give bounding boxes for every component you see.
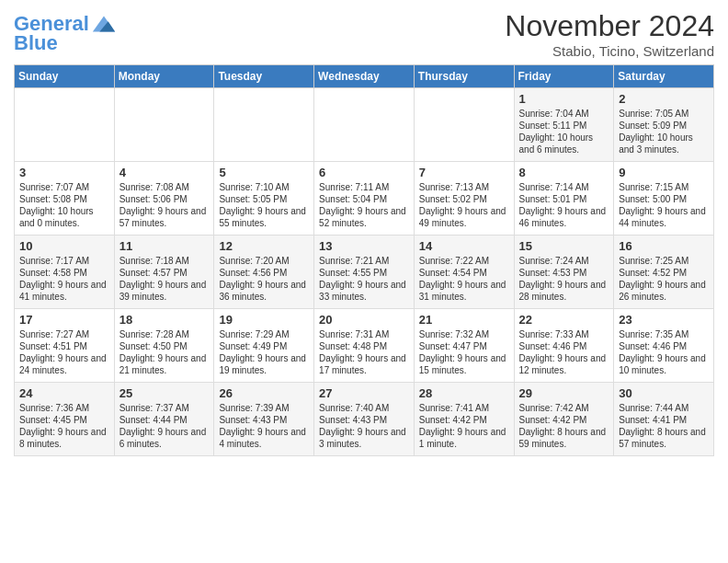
- calendar-cell: 24Sunrise: 7:36 AMSunset: 4:45 PMDayligh…: [15, 383, 115, 456]
- calendar-table: SundayMondayTuesdayWednesdayThursdayFrid…: [14, 64, 714, 456]
- day-info: Sunset: 4:48 PM: [319, 340, 409, 352]
- day-info: Daylight: 9 hours and 21 minutes.: [119, 352, 210, 376]
- day-number: 29: [519, 386, 609, 400]
- calendar-cell: 11Sunrise: 7:18 AMSunset: 4:57 PMDayligh…: [114, 236, 214, 309]
- day-info: Daylight: 9 hours and 26 minutes.: [619, 279, 709, 303]
- day-info: Sunrise: 7:18 AM: [119, 255, 210, 267]
- day-info: Daylight: 9 hours and 15 minutes.: [419, 352, 509, 376]
- day-number: 23: [619, 313, 709, 327]
- day-info: Daylight: 9 hours and 55 minutes.: [219, 205, 309, 229]
- day-info: Sunset: 4:41 PM: [619, 414, 709, 426]
- day-info: Daylight: 9 hours and 46 minutes.: [519, 205, 609, 229]
- day-number: 2: [619, 92, 709, 106]
- calendar-cell: 13Sunrise: 7:21 AMSunset: 4:55 PMDayligh…: [314, 236, 415, 309]
- day-info: Sunset: 4:43 PM: [319, 414, 409, 426]
- day-info: Sunset: 4:42 PM: [519, 414, 609, 426]
- day-info: Daylight: 9 hours and 4 minutes.: [219, 426, 309, 450]
- day-info: Daylight: 9 hours and 19 minutes.: [219, 352, 309, 376]
- day-info: Sunrise: 7:27 AM: [19, 328, 109, 340]
- day-info: Daylight: 9 hours and 44 minutes.: [619, 205, 709, 229]
- day-number: 11: [119, 239, 210, 253]
- day-info: Daylight: 10 hours and 0 minutes.: [19, 205, 109, 229]
- day-info: Sunset: 5:04 PM: [319, 193, 409, 205]
- day-info: Sunrise: 7:08 AM: [119, 181, 210, 193]
- day-info: Sunset: 4:52 PM: [619, 267, 709, 279]
- day-info: Sunset: 5:11 PM: [519, 120, 609, 132]
- day-info: Sunset: 4:54 PM: [419, 267, 509, 279]
- calendar-cell: 7Sunrise: 7:13 AMSunset: 5:02 PMDaylight…: [414, 162, 514, 236]
- day-info: Daylight: 9 hours and 12 minutes.: [519, 352, 609, 376]
- day-number: 26: [219, 386, 309, 400]
- day-number: 30: [619, 386, 709, 400]
- day-number: 10: [19, 239, 109, 253]
- calendar-cell: 22Sunrise: 7:33 AMSunset: 4:46 PMDayligh…: [514, 309, 614, 383]
- day-info: Daylight: 10 hours and 3 minutes.: [619, 132, 709, 155]
- day-number: 21: [419, 313, 509, 327]
- day-info: Sunrise: 7:07 AM: [19, 181, 109, 193]
- day-number: 27: [319, 386, 409, 400]
- day-info: Sunrise: 7:11 AM: [319, 181, 409, 193]
- day-number: 1: [519, 92, 609, 106]
- day-header-tuesday: Tuesday: [214, 65, 314, 88]
- day-number: 6: [319, 166, 409, 179]
- calendar-cell: [114, 88, 214, 162]
- day-info: Daylight: 9 hours and 57 minutes.: [119, 205, 210, 229]
- month-title: November 2024: [505, 9, 714, 43]
- day-info: Sunset: 5:02 PM: [419, 193, 509, 205]
- day-number: 8: [519, 166, 609, 179]
- day-info: Sunrise: 7:44 AM: [619, 402, 709, 414]
- calendar-body: 1Sunrise: 7:04 AMSunset: 5:11 PMDaylight…: [15, 88, 714, 456]
- day-info: Sunset: 4:45 PM: [19, 414, 109, 426]
- calendar-cell: 10Sunrise: 7:17 AMSunset: 4:58 PMDayligh…: [15, 236, 115, 309]
- day-info: Sunrise: 7:13 AM: [419, 181, 509, 193]
- day-header-wednesday: Wednesday: [314, 65, 415, 88]
- day-number: 9: [619, 166, 709, 179]
- calendar-cell: 29Sunrise: 7:42 AMSunset: 4:42 PMDayligh…: [514, 383, 614, 456]
- calendar-cell: 5Sunrise: 7:10 AMSunset: 5:05 PMDaylight…: [214, 162, 314, 236]
- day-info: Sunrise: 7:32 AM: [419, 328, 509, 340]
- day-number: 25: [119, 386, 210, 400]
- day-info: Sunrise: 7:28 AM: [119, 328, 210, 340]
- day-info: Sunset: 4:57 PM: [119, 267, 210, 279]
- day-info: Sunset: 5:08 PM: [19, 193, 109, 205]
- day-info: Sunrise: 7:41 AM: [419, 402, 509, 414]
- calendar-cell: 27Sunrise: 7:40 AMSunset: 4:43 PMDayligh…: [314, 383, 415, 456]
- day-header-monday: Monday: [114, 65, 214, 88]
- day-info: Daylight: 9 hours and 52 minutes.: [319, 205, 409, 229]
- day-info: Sunrise: 7:04 AM: [519, 108, 609, 120]
- logo-icon: [91, 14, 117, 34]
- day-info: Daylight: 9 hours and 28 minutes.: [519, 279, 609, 303]
- calendar-cell: 21Sunrise: 7:32 AMSunset: 4:47 PMDayligh…: [414, 309, 514, 383]
- day-info: Sunrise: 7:31 AM: [319, 328, 409, 340]
- day-info: Sunrise: 7:42 AM: [519, 402, 609, 414]
- calendar-cell: 16Sunrise: 7:25 AMSunset: 4:52 PMDayligh…: [614, 236, 714, 309]
- day-info: Sunrise: 7:36 AM: [19, 402, 109, 414]
- location-title: Stabio, Ticino, Switzerland: [505, 43, 714, 59]
- day-header-sunday: Sunday: [15, 65, 115, 88]
- day-info: Daylight: 9 hours and 3 minutes.: [319, 426, 409, 450]
- day-info: Daylight: 9 hours and 39 minutes.: [119, 279, 210, 303]
- day-number: 12: [219, 239, 309, 253]
- calendar-cell: 19Sunrise: 7:29 AMSunset: 4:49 PMDayligh…: [214, 309, 314, 383]
- calendar-cell: 2Sunrise: 7:05 AMSunset: 5:09 PMDaylight…: [614, 88, 714, 162]
- day-info: Sunset: 4:43 PM: [219, 414, 309, 426]
- day-number: 17: [19, 313, 109, 327]
- calendar-cell: 18Sunrise: 7:28 AMSunset: 4:50 PMDayligh…: [114, 309, 214, 383]
- calendar-header: SundayMondayTuesdayWednesdayThursdayFrid…: [15, 65, 714, 88]
- calendar-cell: [15, 88, 115, 162]
- calendar-cell: 9Sunrise: 7:15 AMSunset: 5:00 PMDaylight…: [614, 162, 714, 236]
- day-info: Sunset: 4:55 PM: [319, 267, 409, 279]
- day-info: Sunset: 4:51 PM: [19, 340, 109, 352]
- calendar-cell: 28Sunrise: 7:41 AMSunset: 4:42 PMDayligh…: [414, 383, 514, 456]
- day-number: 18: [119, 313, 210, 327]
- day-info: Daylight: 9 hours and 36 minutes.: [219, 279, 309, 303]
- day-info: Daylight: 9 hours and 41 minutes.: [19, 279, 109, 303]
- day-info: Sunset: 5:00 PM: [619, 193, 709, 205]
- day-number: 22: [519, 313, 609, 327]
- day-info: Daylight: 8 hours and 59 minutes.: [519, 426, 609, 450]
- calendar-cell: 17Sunrise: 7:27 AMSunset: 4:51 PMDayligh…: [15, 309, 115, 383]
- day-info: Sunrise: 7:17 AM: [19, 255, 109, 267]
- day-header-thursday: Thursday: [414, 65, 514, 88]
- day-info: Sunset: 5:09 PM: [619, 120, 709, 132]
- day-number: 15: [519, 239, 609, 253]
